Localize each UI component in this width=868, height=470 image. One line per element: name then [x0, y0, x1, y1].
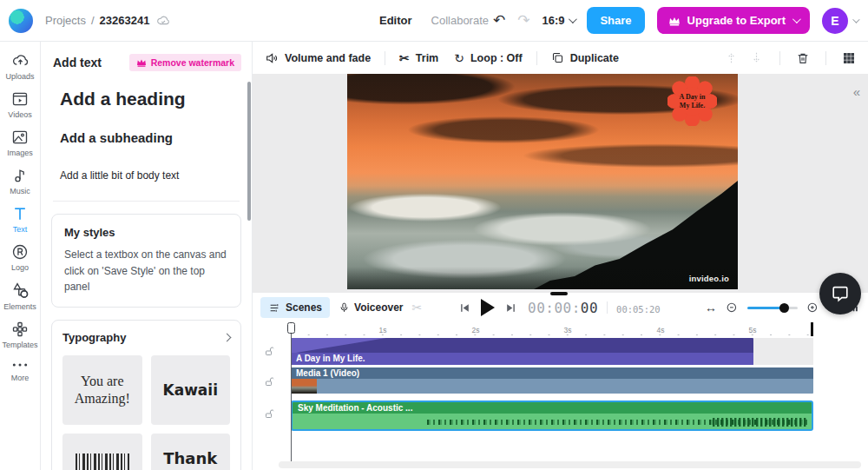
clip-label: Media 1 (Video): [291, 367, 365, 380]
breadcrumb-separator: /: [91, 14, 95, 27]
video-icon: [11, 90, 29, 108]
divider: [536, 51, 537, 65]
fit-timeline-icon[interactable]: ↔: [705, 301, 717, 314]
scenes-button[interactable]: Scenes: [260, 297, 330, 318]
sidebar-item-templates[interactable]: Templates: [2, 321, 37, 349]
lock-track-video-icon[interactable]: [264, 375, 274, 391]
duplicate-button[interactable]: Duplicate: [551, 51, 619, 64]
sidebar-item-videos[interactable]: Videos: [8, 90, 31, 119]
undo-icon[interactable]: ↶: [493, 11, 505, 30]
avatar[interactable]: E: [822, 8, 848, 34]
trim-button[interactable]: ✂ Trim: [399, 52, 438, 64]
main-area: Volume and fade ✂ Trim ↻ Loop : Off Dupl…: [253, 42, 868, 470]
video-preview[interactable]: A Day in My Life. invideo.io: [347, 74, 738, 289]
slider-knob[interactable]: [779, 303, 789, 313]
add-heading-option[interactable]: Add a heading: [41, 80, 252, 109]
invideo-watermark: invideo.io: [689, 274, 729, 283]
cloud-saved-icon: [156, 14, 170, 28]
music-note-icon: [11, 167, 29, 184]
chevron-right-icon: [223, 333, 232, 341]
share-button[interactable]: Share: [587, 7, 644, 34]
sidebar-item-more[interactable]: More: [11, 359, 30, 382]
sidebar-item-elements[interactable]: Elements: [3, 281, 36, 311]
voiceover-button[interactable]: Voiceover: [339, 301, 403, 314]
tab-editor[interactable]: Editor: [379, 14, 412, 27]
play-button[interactable]: [481, 299, 495, 316]
canvas-area: A Day in My Life. invideo.io «: [253, 74, 868, 293]
upgrade-to-export-button[interactable]: Upgrade to Export: [657, 7, 810, 34]
add-text-panel: Add text Remove watermark Add a heading …: [41, 42, 253, 470]
sidebar: Uploads Videos Images Music Text Logo: [0, 42, 41, 470]
ruler-label-2s: 2s: [470, 326, 482, 334]
grid-view-icon[interactable]: [842, 51, 856, 65]
timeline-end-marker: [811, 322, 813, 336]
lock-track-text-icon[interactable]: [264, 345, 274, 361]
typography-sample-kawaii[interactable]: Kawaii: [151, 355, 231, 425]
header-right: ↶ ↷ 16:9 Share Upgrade to Export E: [493, 7, 858, 34]
typography-sample-barcode[interactable]: barcode: [62, 434, 142, 470]
tab-collaborate[interactable]: Collaborate: [431, 14, 490, 27]
crown-icon: [136, 58, 147, 67]
ruler-label-1s: 1s: [378, 326, 389, 334]
playhead-handle[interactable]: [287, 322, 295, 334]
scissors-icon: ✂: [399, 52, 410, 64]
sidebar-item-uploads[interactable]: Uploads: [5, 52, 34, 81]
header: Projects / 23263241 Editor Collaborate ↶…: [0, 0, 868, 42]
collapse-panel-icon[interactable]: «: [853, 84, 860, 99]
clip-media-1-video[interactable]: Media 1 (Video): [291, 367, 813, 394]
skip-forward-icon[interactable]: [505, 302, 516, 314]
add-subheading-option[interactable]: Add a subheading: [41, 109, 252, 145]
barcode-graphic: [76, 453, 129, 470]
timeline-ruler[interactable]: 1s 2s 3s 4s 5s: [291, 324, 812, 337]
ruler-label-4s: 4s: [655, 326, 667, 334]
time-display: 00:00:00 00:05:20: [528, 300, 661, 316]
video-shade: [347, 267, 738, 289]
invideo-editor-app: Projects / 23263241 Editor Collaborate ↶…: [0, 0, 868, 470]
skip-back-icon[interactable]: [459, 302, 470, 314]
timeline-horizontal-scrollbar[interactable]: [279, 461, 861, 468]
zoom-out-icon[interactable]: [726, 301, 739, 314]
clip-label: A Day in My Life.: [291, 353, 371, 365]
playhead-line: [291, 325, 292, 461]
crown-icon: [668, 16, 681, 26]
upgrade-to-export-label: Upgrade to Export: [687, 14, 786, 27]
microphone-icon: [339, 301, 350, 314]
sidebar-item-images[interactable]: Images: [7, 129, 33, 157]
aspect-ratio-dropdown[interactable]: 16:9: [542, 14, 575, 27]
chevron-down-icon: [792, 15, 801, 23]
logo-r-icon: [11, 243, 29, 261]
clip-text-a-day-in-my-life[interactable]: A Day in My Life.: [291, 338, 753, 365]
scenes-icon: [268, 302, 280, 314]
breadcrumb-projects[interactable]: Projects: [45, 14, 86, 27]
canvas-timeline-drag-handle[interactable]: [550, 292, 568, 295]
chat-widget-button[interactable]: [819, 273, 861, 314]
upload-cloud-icon: [11, 52, 30, 70]
speaker-icon: [265, 51, 279, 65]
add-body-text-option[interactable]: Add a little bit of body text: [41, 145, 252, 182]
chevron-down-icon: [569, 15, 577, 23]
sidebar-item-music[interactable]: Music: [10, 167, 30, 195]
fade-wedge: [291, 338, 386, 354]
redo-icon[interactable]: ↷: [517, 11, 529, 30]
invideo-logo-icon[interactable]: [9, 9, 33, 33]
sidebar-item-text[interactable]: Text: [11, 205, 29, 234]
typography-sample-you-are-amazing[interactable]: You are Amazing!: [62, 355, 142, 425]
timeline-zoom-slider[interactable]: [747, 303, 798, 313]
remove-watermark-badge[interactable]: Remove watermark: [129, 54, 241, 71]
sticker-a-day-in-my-life[interactable]: A Day in My Life.: [667, 76, 717, 126]
delete-icon[interactable]: [796, 51, 810, 65]
typography-header[interactable]: Typography: [62, 331, 230, 344]
divider: [607, 301, 608, 314]
clip-label: Sky Meditation - Acoustic ...: [293, 402, 418, 414]
breadcrumb-project-id[interactable]: 23263241: [100, 14, 150, 27]
account-menu[interactable]: E: [822, 8, 858, 34]
clip-sky-meditation-audio[interactable]: Sky Meditation - Acoustic ...: [291, 400, 813, 431]
sidebar-item-logo[interactable]: Logo: [11, 243, 29, 272]
typography-sample-thank-you[interactable]: Thank you!: [151, 434, 231, 470]
lock-track-audio-icon[interactable]: [264, 407, 274, 423]
panel-scrollbar[interactable]: [247, 82, 251, 221]
loop-button[interactable]: ↻ Loop : Off: [454, 52, 522, 64]
zoom-in-icon[interactable]: [806, 301, 819, 314]
volume-and-fade-button[interactable]: Volume and fade: [265, 51, 371, 65]
loop-icon: ↻: [454, 52, 464, 64]
